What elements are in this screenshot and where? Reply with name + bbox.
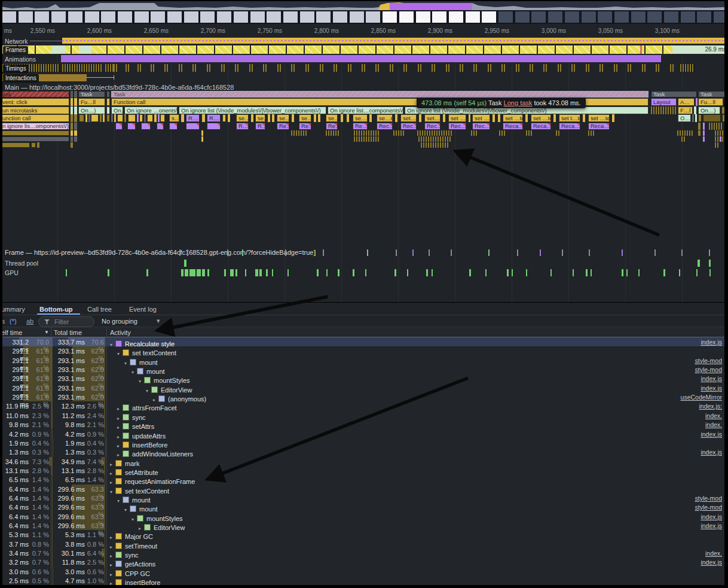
- flame-bar[interactable]: On ignore …onents\/): [124, 106, 178, 114]
- frame-block[interactable]: [287, 45, 304, 54]
- flame-bar[interactable]: Reca…yle: [588, 123, 610, 130]
- filmstrip-thumbnail[interactable]: [167, 11, 182, 23]
- frame-block[interactable]: [574, 45, 591, 54]
- filmstrip-thumbnail[interactable]: [382, 11, 397, 23]
- flame-bar[interactable]: [395, 114, 397, 122]
- flame-bar[interactable]: [703, 123, 705, 130]
- filmstrip-thumbnail[interactable]: [332, 11, 348, 23]
- filmstrip-thumbnail[interactable]: [216, 11, 232, 23]
- flame-bar[interactable]: se…t: [277, 114, 289, 122]
- activity-cell[interactable]: ▸insertBefore: [110, 577, 160, 585]
- source-link[interactable]: index.: [705, 412, 722, 419]
- flame-bar[interactable]: [553, 114, 556, 122]
- flame-bar[interactable]: [147, 114, 153, 122]
- grouping-caret-icon[interactable]: ▾: [157, 317, 160, 325]
- flame-bar[interactable]: [85, 114, 87, 122]
- flame-bar[interactable]: [703, 114, 721, 122]
- flame-bar[interactable]: [154, 114, 157, 122]
- flame-bar[interactable]: R…e: [236, 123, 249, 130]
- table-row[interactable]: 6.4 ms1.4 %299.6 ms63.3 %▾mountStylesind…: [2, 512, 724, 521]
- flame-bar[interactable]: Re…e: [277, 123, 289, 130]
- tab-summary[interactable]: ummary: [1, 306, 25, 313]
- filmstrip-thumbnail[interactable]: [564, 11, 580, 23]
- flame-bar[interactable]: On…): [78, 106, 105, 114]
- table-row[interactable]: 11.9 ms2.5 %12.3 ms2.6 %▸attrsFromFaceti…: [2, 401, 724, 410]
- flame-bar[interactable]: [612, 114, 614, 122]
- filmstrip-thumbnail[interactable]: [498, 11, 513, 23]
- flame-bar[interactable]: [139, 114, 143, 122]
- flame-bar[interactable]: [694, 106, 696, 114]
- flame-bar[interactable]: On ignore list (\/node_modules\/|\/bower…: [179, 106, 326, 114]
- flame-bar[interactable]: R…: [207, 114, 221, 122]
- flame-bar[interactable]: set t…tent: [559, 114, 580, 122]
- track-label-threadpool[interactable]: Thread pool: [5, 260, 38, 267]
- flame-bar[interactable]: [347, 114, 349, 122]
- col-header-self-time[interactable]: elf time: [1, 329, 22, 336]
- activity-cell[interactable]: ▾Recalculate style: [110, 338, 175, 346]
- flame-bar[interactable]: [341, 114, 343, 122]
- animations-bar[interactable]: [61, 55, 661, 62]
- flame-bar[interactable]: set …ent: [448, 114, 466, 122]
- filmstrip-thumbnail[interactable]: [299, 11, 315, 23]
- flame-bar[interactable]: [556, 130, 561, 136]
- flame-bar[interactable]: [421, 142, 449, 148]
- source-link[interactable]: style-mod: [695, 495, 722, 502]
- table-row[interactable]: 6.5 ms1.4 %6.5 ms1.4 %▸requestAnimationF…: [2, 475, 724, 484]
- activity-cell[interactable]: ▸Major GC: [110, 531, 153, 539]
- flame-bar[interactable]: Fu…ll: [78, 98, 105, 106]
- activity-cell[interactable]: ▸getActions: [110, 558, 155, 566]
- frame-block[interactable]: [305, 45, 322, 54]
- activity-cell[interactable]: ▸setAttrs: [117, 421, 154, 429]
- source-link[interactable]: index.js:: [699, 403, 722, 410]
- flame-bar[interactable]: [114, 114, 116, 122]
- source-link[interactable]: index.js: [701, 513, 722, 520]
- frame-block[interactable]: [323, 45, 339, 54]
- flame-bar[interactable]: [471, 130, 478, 136]
- flame-bar[interactable]: [583, 114, 585, 122]
- source-link[interactable]: style-mod: [695, 357, 722, 364]
- flame-bar[interactable]: Task: [111, 91, 649, 98]
- source-link[interactable]: index.js: [701, 385, 722, 392]
- filmstrip-thumbnail[interactable]: [581, 11, 597, 23]
- table-row[interactable]: 2.5 ms0.5 %4.7 ms1.0 %▸insertBefore: [2, 576, 724, 585]
- frame-block[interactable]: [161, 45, 178, 54]
- frame-block[interactable]: [448, 45, 465, 54]
- activity-cell[interactable]: ▾EditorView: [146, 384, 192, 392]
- whole-word-icon[interactable]: ab: [26, 318, 33, 325]
- frame-block[interactable]: [394, 45, 411, 54]
- frame-block[interactable]: [466, 45, 483, 54]
- filmstrip-thumbnail[interactable]: [150, 11, 166, 23]
- filmstrip-thumbnail[interactable]: [547, 11, 563, 23]
- filmstrip-thumbnail[interactable]: [283, 11, 298, 23]
- frame-block[interactable]: [233, 45, 250, 54]
- flame-bar[interactable]: n ignore lis…omponents\/): [0, 123, 69, 130]
- table-row[interactable]: 291.1 ms61.6 %293.1 ms62.0 %▸(anonymous)…: [2, 392, 724, 401]
- table-row[interactable]: 331.2 ms70.0 %333.7 ms70.6 %▾Recalculate…: [2, 337, 724, 346]
- source-link[interactable]: useCodeMirror: [681, 394, 722, 401]
- flame-bar[interactable]: [31, 142, 36, 148]
- flame-bar[interactable]: se…t: [255, 114, 265, 122]
- flame-bar[interactable]: set …tent: [531, 114, 551, 122]
- flame-bar[interactable]: [703, 136, 705, 142]
- flame-bar[interactable]: Layout: [651, 98, 677, 106]
- source-link[interactable]: style-mod: [695, 366, 722, 373]
- source-link[interactable]: index.js: [701, 339, 722, 346]
- flame-bar[interactable]: [720, 136, 721, 142]
- table-row[interactable]: 1.9 ms0.4 %1.9 ms0.4 %▸insertBefore: [2, 438, 724, 447]
- flame-bar[interactable]: [698, 114, 702, 122]
- grouping-select[interactable]: No grouping: [102, 318, 137, 325]
- filmstrip-thumbnail[interactable]: [448, 11, 464, 23]
- frame-block[interactable]: [610, 45, 626, 54]
- filmstrip-thumbnail[interactable]: [515, 11, 530, 23]
- frame-block-good[interactable]: [51, 45, 65, 54]
- filmstrip-thumbnail[interactable]: [1, 11, 17, 23]
- table-row[interactable]: 3.4 ms0.7 %30.1 ms6.4 %▸syncindex.: [2, 549, 724, 557]
- frame-block[interactable]: [592, 45, 608, 54]
- table-row[interactable]: 34.6 ms7.3 %34.9 ms7.4 %▸mark: [2, 457, 724, 466]
- flame-bar[interactable]: Reca…yle: [503, 123, 523, 130]
- flame-bar[interactable]: [703, 130, 705, 136]
- flame-bar[interactable]: [354, 130, 380, 136]
- activity-cell[interactable]: ▾mount: [131, 365, 165, 374]
- flame-bar[interactable]: Task: [698, 91, 727, 98]
- flame-bar[interactable]: [106, 91, 110, 98]
